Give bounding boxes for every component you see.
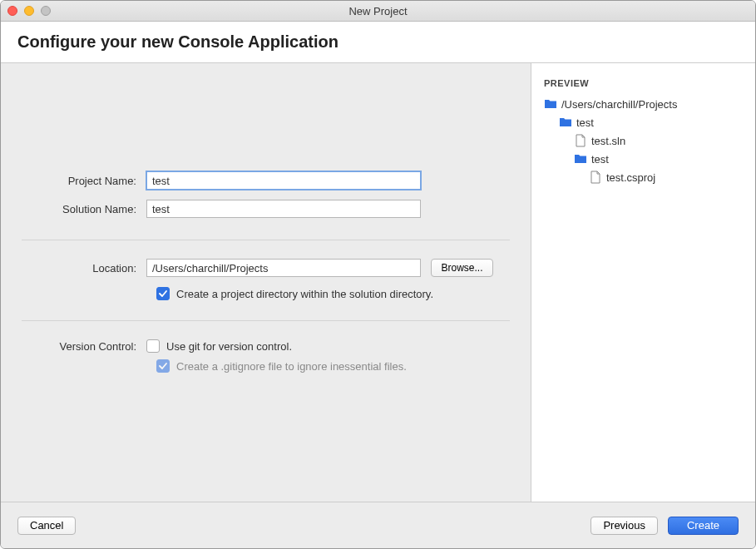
preview-title: PREVIEW — [544, 78, 743, 88]
titlebar: New Project — [1, 1, 755, 22]
create-project-dir-checkbox[interactable] — [156, 287, 170, 300]
tree-root-label: /Users/charchill/Projects — [561, 98, 677, 111]
traffic-lights — [7, 6, 51, 16]
minimize-window-button[interactable] — [24, 6, 34, 16]
tree-folder: test — [544, 113, 743, 131]
location-label: Location: — [22, 262, 146, 274]
version-control-label: Version Control: — [22, 340, 146, 353]
gitignore-checkbox — [156, 359, 170, 373]
cancel-button[interactable]: Cancel — [17, 517, 76, 535]
preview-panel: PREVIEW /Users/charchill/Projects test t… — [531, 63, 755, 502]
tree-file-label: test.csproj — [606, 171, 655, 184]
use-git-checkbox[interactable] — [146, 339, 160, 353]
version-control-row: Version Control: Use git for version con… — [22, 339, 510, 353]
file-icon — [574, 134, 587, 147]
create-project-dir-label: Create a project directory within the so… — [176, 288, 433, 300]
separator — [22, 240, 510, 240]
folder-icon — [559, 116, 572, 129]
tree-root: /Users/charchill/Projects — [544, 95, 743, 113]
main-container: Configure your new Console Application P… — [1, 22, 755, 548]
close-window-button[interactable] — [7, 6, 17, 16]
location-row: Location: Browse... — [22, 259, 510, 277]
window-title: New Project — [7, 5, 749, 17]
footer-right: Previous Create — [590, 517, 739, 535]
folder-icon — [544, 97, 557, 111]
solution-name-row: Solution Name: — [22, 200, 510, 218]
solution-name-input[interactable] — [146, 200, 421, 218]
dialog-body: Project Name: Solution Name: Location: B… — [1, 63, 755, 502]
use-git-label: Use git for version control. — [166, 340, 292, 353]
form-area: Project Name: Solution Name: Location: B… — [1, 63, 531, 502]
browse-button[interactable]: Browse... — [431, 259, 493, 277]
tree-file-label: test.sln — [591, 135, 625, 147]
project-name-label: Project Name: — [22, 175, 146, 187]
project-name-input[interactable] — [146, 171, 421, 190]
tree-folder-label: test — [591, 153, 609, 166]
tree-folder-label: test — [576, 116, 594, 129]
dialog-footer: Cancel Previous Create — [1, 502, 755, 548]
separator — [22, 320, 510, 321]
maximize-window-button — [41, 6, 51, 16]
solution-name-label: Solution Name: — [22, 203, 146, 215]
tree-file: test.sln — [544, 131, 743, 150]
gitignore-label: Create a .gitignore file to ignore iness… — [176, 360, 407, 373]
dialog-header: Configure your new Console Application — [1, 22, 755, 63]
tree-file: test.csproj — [544, 168, 743, 186]
check-icon — [159, 289, 167, 298]
create-button[interactable]: Create — [668, 517, 739, 535]
tree-folder: test — [544, 150, 743, 168]
dialog-title: Configure your new Console Application — [17, 32, 739, 52]
project-name-row: Project Name: — [22, 171, 510, 190]
spacer — [22, 80, 510, 171]
location-input[interactable] — [146, 259, 421, 277]
check-icon — [159, 362, 167, 370]
create-project-dir-row[interactable]: Create a project directory within the so… — [156, 287, 510, 300]
previous-button[interactable]: Previous — [590, 517, 658, 535]
gitignore-row: Create a .gitignore file to ignore iness… — [156, 359, 510, 373]
file-icon — [589, 171, 602, 184]
folder-icon — [574, 152, 587, 166]
